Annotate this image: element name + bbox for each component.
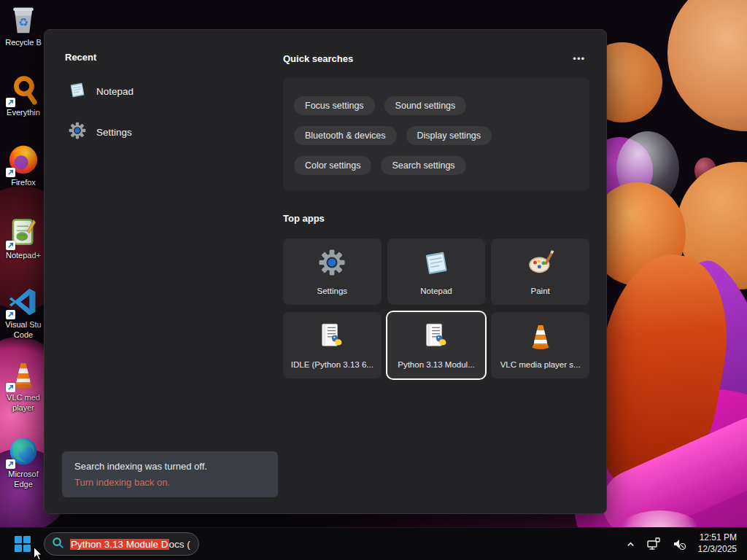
quick-search-pill[interactable]: Color settings [294, 156, 371, 175]
vlc-cone-icon [526, 322, 555, 354]
search-query-selected: Python 3.13 Module D [70, 539, 169, 550]
python-document-icon [317, 322, 347, 354]
recent-item-notepad[interactable]: Notepad [65, 79, 269, 104]
desktop-icon-vscode[interactable]: Visual Stu Code [1, 285, 46, 341]
taskbar-clock[interactable]: 12:51 PM 12/3/2025 [695, 531, 740, 556]
app-tile-paint[interactable]: Paint [491, 238, 589, 305]
app-tile-label: Settings [317, 287, 348, 295]
edge-icon [7, 435, 40, 468]
app-tile-settings[interactable]: Settings [283, 238, 382, 305]
recent-item-settings[interactable]: Settings [65, 120, 269, 144]
search-results-column: Quick searches ••• Focus settings Sound … [283, 52, 589, 378]
top-apps-grid: Settings Notepad [283, 238, 589, 378]
volume-muted-icon[interactable] [670, 534, 689, 554]
recent-section: Recent Notepad [65, 52, 269, 144]
desktop-icon-everything[interactable]: Everythin [1, 73, 46, 118]
notepad-plus-plus-icon [7, 216, 40, 249]
gear-icon [68, 121, 87, 143]
firefox-icon [7, 143, 40, 176]
desktop-icon-label: Everythin [7, 108, 40, 118]
vlc-icon [7, 358, 40, 392]
desktop-icon-firefox[interactable]: Firefox [1, 143, 46, 188]
recent-item-label: Notepad [96, 86, 133, 97]
vscode-icon [7, 285, 40, 319]
app-tile-idle-python[interactable]: IDLE (Python 3.13 6... [283, 312, 382, 378]
clock-time: 12:51 PM [698, 532, 737, 544]
quick-searches-box: Focus settings Sound settings Bluetooth … [283, 77, 589, 191]
clock-date: 12/3/2025 [698, 544, 737, 556]
start-button[interactable] [7, 529, 38, 559]
quick-search-pill[interactable]: Display settings [406, 126, 492, 145]
quick-search-pill[interactable]: Search settings [381, 156, 465, 175]
top-apps-title: Top apps [283, 213, 589, 224]
app-tile-python-module-docs[interactable]: Python 3.13 Modul... [387, 312, 486, 378]
desktop-icon-notepad-plus-plus[interactable]: Notepad+ [1, 216, 46, 261]
shortcut-arrow-badge [6, 168, 15, 177]
svg-text:♻: ♻ [18, 16, 28, 28]
search-query-rest: ocs ( [169, 539, 190, 550]
search-flyout-panel: Recent Notepad [44, 29, 607, 514]
shortcut-arrow-badge [6, 459, 15, 469]
tray-chevron-up-icon[interactable] [624, 537, 638, 552]
desktop-icon-label: Notepad+ [6, 251, 41, 261]
shortcut-arrow-badge [6, 383, 15, 392]
app-tile-label: Python 3.13 Modul... [398, 360, 474, 369]
shortcut-arrow-badge [6, 241, 15, 250]
paint-palette-icon [526, 248, 555, 280]
app-tile-label: VLC media player s... [500, 360, 581, 369]
search-icon [52, 537, 64, 552]
indexing-notice: Search indexing was turned off. Turn ind… [62, 451, 278, 497]
desktop-icon-label: Microsof Edge [1, 470, 46, 490]
taskbar: Python 3.13 Module Docs ( 12:51 PM 12/3/… [0, 527, 747, 560]
system-tray: 12:51 PM 12/3/2025 [624, 531, 747, 556]
recent-title: Recent [65, 52, 269, 63]
quick-search-pill[interactable]: Focus settings [294, 96, 375, 115]
recycle-bin-icon: ♻ [7, 3, 40, 36]
taskbar-search-input[interactable]: Python 3.13 Module Docs ( [44, 532, 199, 556]
shortcut-arrow-badge [6, 98, 15, 107]
desktop-icon-vlc[interactable]: VLC med player [1, 358, 46, 413]
quick-search-pill[interactable]: Sound settings [384, 96, 467, 115]
desktop-icon-label: Recycle B [5, 38, 42, 48]
shortcut-arrow-badge [6, 310, 15, 319]
recent-item-label: Settings [96, 127, 132, 138]
quick-searches-title: Quick searches [283, 53, 353, 64]
app-tile-label: Paint [531, 287, 550, 295]
everything-icon [7, 73, 40, 106]
gear-icon [317, 248, 347, 280]
search-query-text: Python 3.13 Module Docs ( [70, 539, 190, 550]
wallpaper-blob [667, 0, 747, 131]
desktop-icon-edge[interactable]: Microsof Edge [1, 435, 46, 490]
desktop-icon-label: Firefox [11, 178, 36, 188]
turn-indexing-on-link[interactable]: Turn indexing back on. [74, 477, 266, 488]
app-tile-vlc[interactable]: VLC media player s... [491, 312, 589, 378]
desktop-icon-label: VLC med player [1, 393, 46, 413]
windows-logo-icon [15, 536, 31, 552]
more-options-icon[interactable]: ••• [568, 52, 589, 66]
indexing-notice-message: Search indexing was turned off. [74, 461, 266, 472]
quick-search-pill[interactable]: Bluetooth & devices [294, 126, 397, 145]
python-document-icon [422, 322, 451, 354]
desktop-icon-label: Visual Stu Code [1, 320, 46, 341]
notepad-icon [68, 80, 87, 102]
desktop-icon-recycle-bin[interactable]: ♻ Recycle B [1, 3, 46, 48]
app-tile-label: Notepad [420, 287, 452, 295]
app-tile-label: IDLE (Python 3.13 6... [291, 360, 374, 369]
app-tile-notepad[interactable]: Notepad [387, 238, 486, 305]
notepad-icon [422, 248, 451, 280]
network-ethernet-icon[interactable] [644, 534, 663, 554]
